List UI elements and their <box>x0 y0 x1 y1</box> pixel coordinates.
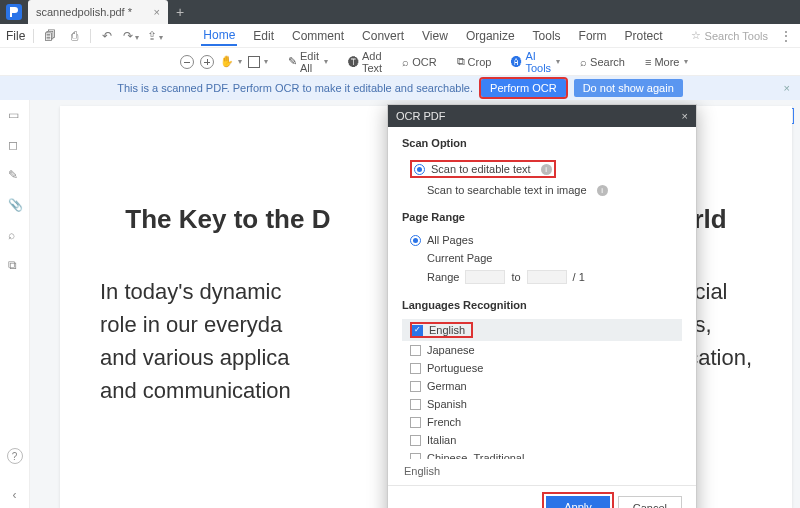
help-icon[interactable]: ? <box>7 448 23 464</box>
app-logo <box>0 0 28 24</box>
bookmarks-icon[interactable]: ◻ <box>8 138 22 152</box>
all-pages-option[interactable]: All Pages <box>402 231 682 249</box>
language-list[interactable]: English Japanese Portuguese German Spani… <box>402 319 682 459</box>
zoom-in-icon[interactable] <box>200 55 214 69</box>
tab-edit[interactable]: Edit <box>251 27 276 45</box>
thumbnails-icon[interactable]: ▭ <box>8 108 22 122</box>
range-to-input[interactable] <box>527 270 567 284</box>
notice-text: This is a scanned PDF. Perform OCR to ma… <box>117 82 473 94</box>
tab-view[interactable]: View <box>420 27 450 45</box>
page-range-heading: Page Range <box>402 211 682 223</box>
scan-option-heading: Scan Option <box>402 137 682 149</box>
tab-tools[interactable]: Tools <box>531 27 563 45</box>
tab-title: scannedpolish.pdf * <box>36 6 132 18</box>
titlebar: scannedpolish.pdf * × + <box>0 0 800 24</box>
ribbon-tabs: Home Edit Comment Convert View Organize … <box>201 26 672 46</box>
add-text-button[interactable]: 🅣 Add Text <box>348 50 382 74</box>
lang-french[interactable]: French <box>402 413 682 431</box>
collapse-icon[interactable]: ‹ <box>13 488 17 502</box>
toolbar: ✋ ✎ Edit All 🅣 Add Text ⌕ OCR ⧉ Crop 🅐 A… <box>0 48 800 76</box>
tab-protect[interactable]: Protect <box>623 27 665 45</box>
selected-languages: English <box>402 459 682 479</box>
close-icon[interactable]: × <box>154 6 160 18</box>
settings-icon[interactable]: ⋮ <box>778 29 794 43</box>
tab-organize[interactable]: Organize <box>464 27 517 45</box>
search-panel-icon[interactable]: ⌕ <box>8 228 22 242</box>
upload-icon[interactable]: ⇪ <box>147 29 163 43</box>
tab-convert[interactable]: Convert <box>360 27 406 45</box>
scan-searchable-option[interactable]: Scan to searchable text in image i <box>402 181 682 199</box>
perform-ocr-button[interactable]: Perform OCR <box>481 79 566 97</box>
lang-german[interactable]: German <box>402 377 682 395</box>
info-icon[interactable]: i <box>597 185 608 196</box>
hand-tool[interactable]: ✋ <box>220 55 242 68</box>
layers-icon[interactable]: ⧉ <box>8 258 22 272</box>
document-canvas: ◎ M The Key to the D World In today's dy… <box>30 100 800 508</box>
ai-tools-button[interactable]: 🅐 AI Tools <box>511 50 560 74</box>
range-from-input[interactable] <box>465 270 505 284</box>
apply-button[interactable]: Apply <box>546 496 610 508</box>
tab-comment[interactable]: Comment <box>290 27 346 45</box>
undo-icon[interactable]: ↶ <box>99 29 115 43</box>
ocr-dialog: OCR PDF × Scan Option Scan to editable t… <box>387 104 697 508</box>
dont-show-again-button[interactable]: Do not show again <box>574 79 683 97</box>
more-button[interactable]: ≡ More <box>645 56 688 68</box>
lang-english[interactable]: English <box>402 319 682 341</box>
lang-spanish[interactable]: Spanish <box>402 395 682 413</box>
redo-icon[interactable]: ↷ <box>123 29 139 43</box>
edit-all-button[interactable]: ✎ Edit All <box>288 50 328 74</box>
scan-editable-option[interactable]: Scan to editable text i <box>410 160 556 178</box>
menubar: File 🗐 ⎙ ↶ ↷ ⇪ Home Edit Comment Convert… <box>0 24 800 48</box>
range-option[interactable]: Range to / 1 <box>402 267 682 287</box>
comments-icon[interactable]: ✎ <box>8 168 22 182</box>
new-tab-button[interactable]: + <box>168 0 192 24</box>
crop-button[interactable]: ⧉ Crop <box>457 55 492 68</box>
tab-form[interactable]: Form <box>577 27 609 45</box>
ocr-button[interactable]: ⌕ OCR <box>402 56 436 68</box>
cancel-button[interactable]: Cancel <box>618 496 682 508</box>
radio-icon[interactable] <box>414 164 425 175</box>
languages-heading: Languages Recognition <box>402 299 682 311</box>
print-icon[interactable]: ⎙ <box>66 29 82 43</box>
lang-japanese[interactable]: Japanese <box>402 341 682 359</box>
document-tab[interactable]: scannedpolish.pdf * × <box>28 0 168 24</box>
close-icon[interactable]: × <box>682 110 688 122</box>
attachments-icon[interactable]: 📎 <box>8 198 22 212</box>
search-button[interactable]: ⌕ Search <box>580 56 625 68</box>
checkbox-icon[interactable] <box>412 325 423 336</box>
current-page-option[interactable]: Current Page <box>402 249 682 267</box>
left-rail: ▭ ◻ ✎ 📎 ⌕ ⧉ ? ‹ <box>0 100 30 508</box>
search-tools[interactable]: ☆ Search Tools <box>691 29 768 42</box>
zoom-out-icon[interactable] <box>180 55 194 69</box>
workspace: ▭ ◻ ✎ 📎 ⌕ ⧉ ? ‹ ◎ M The Key to the D Wor… <box>0 100 800 508</box>
lang-chinese-traditional[interactable]: Chinese_Traditional <box>402 449 682 459</box>
lang-portuguese[interactable]: Portuguese <box>402 359 682 377</box>
select-tool[interactable] <box>248 56 268 68</box>
save-icon[interactable]: 🗐 <box>42 29 58 43</box>
dialog-titlebar[interactable]: OCR PDF × <box>388 105 696 127</box>
lang-italian[interactable]: Italian <box>402 431 682 449</box>
ocr-notice: This is a scanned PDF. Perform OCR to ma… <box>0 76 800 100</box>
info-icon[interactable]: i <box>541 164 552 175</box>
dialog-title: OCR PDF <box>396 110 446 122</box>
close-icon[interactable]: × <box>784 82 790 94</box>
radio-icon[interactable] <box>410 235 421 246</box>
tab-home[interactable]: Home <box>201 26 237 46</box>
file-menu[interactable]: File <box>6 29 25 43</box>
